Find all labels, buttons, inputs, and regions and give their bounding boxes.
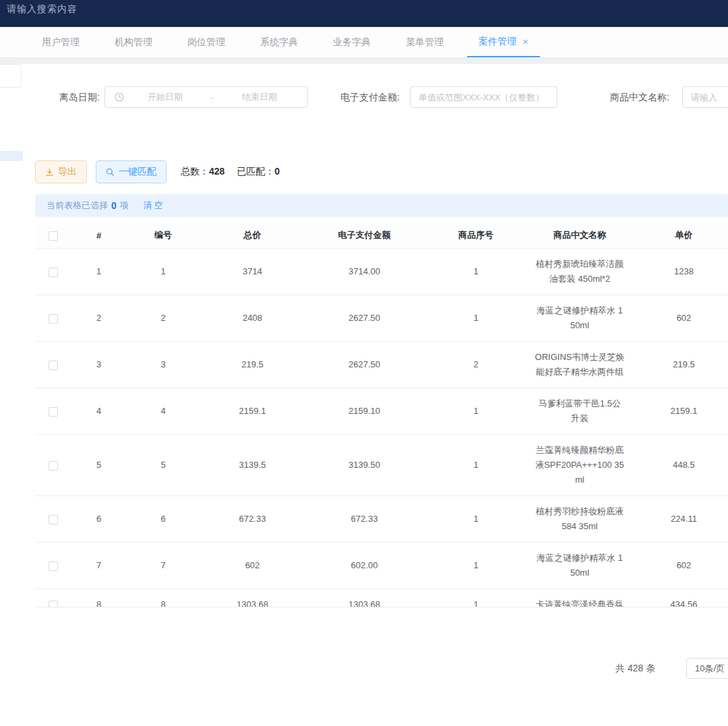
cell: 1	[424, 295, 528, 342]
tab-label: 业务字典	[333, 36, 371, 49]
table-row: 2224082627.501海蓝之谜修护精萃水 150ml602	[35, 295, 728, 342]
table-row: 66672.33672.331植村秀羽纱持妆粉底液 584 35ml224.11	[35, 496, 728, 543]
row-checkbox[interactable]	[49, 461, 58, 471]
checkbox-cell	[35, 249, 71, 295]
cell: 3714.00	[305, 249, 424, 295]
cell: 448.5	[632, 435, 728, 496]
matched-value: 0	[274, 166, 280, 177]
row-checkbox[interactable]	[49, 515, 58, 524]
table-body: 1137143714.001植村秀新琥珀臻萃洁颜油套装 450ml*212382…	[35, 249, 728, 608]
epay-amount-input[interactable]	[410, 86, 557, 108]
cell: 672.33	[305, 496, 424, 543]
collapsed-panel-edge	[0, 64, 22, 88]
cell: 1	[71, 249, 126, 295]
cell: 5	[71, 435, 126, 496]
left-edge-highlight	[0, 151, 23, 161]
export-button[interactable]: 导出	[35, 160, 87, 183]
cell: 602	[632, 295, 728, 342]
select-all-cell	[35, 222, 71, 249]
cell: 3139.50	[305, 435, 424, 496]
row-checkbox[interactable]	[49, 562, 58, 571]
cell: 海蓝之谜修护精萃水 150ml	[528, 543, 632, 589]
tab-label: 菜单管理	[406, 36, 444, 49]
tab-business-dict[interactable]: 业务字典	[322, 27, 382, 57]
selection-bar: 当前表格已选择 0 项 清空	[35, 194, 728, 217]
row-checkbox[interactable]	[49, 361, 58, 370]
data-table: #编号总价电子支付金额商品序号商品中文名称单价 1137143714.001植村…	[35, 222, 728, 607]
column-header: 单价	[632, 222, 728, 249]
cell: 1	[424, 543, 528, 589]
cell: 6	[71, 496, 126, 543]
page-size-select[interactable]: 10条/页 ▾	[686, 658, 728, 679]
match-summary: 总数：428已匹配：0	[181, 166, 282, 178]
cell: 1303.68	[200, 589, 305, 608]
table-header-row: #编号总价电子支付金额商品序号商品中文名称单价	[35, 222, 728, 249]
cell: 1	[424, 435, 528, 496]
total-value: 428	[209, 166, 224, 177]
table-row: 881303.681303.681卡诗菁纯亮泽经典香氛434.56	[35, 589, 728, 608]
search-icon	[106, 168, 115, 177]
cell: 1	[424, 589, 528, 608]
date-range-picker[interactable]: 开始日期 - 结束日期	[104, 86, 308, 108]
tab-label: 系统字典	[260, 36, 298, 49]
clear-selection-link[interactable]: 清空	[144, 200, 165, 212]
cell: 224.11	[632, 496, 728, 543]
date-end-placeholder: 结束日期	[218, 91, 301, 103]
epay-filter-label: 电子支付金额:	[340, 86, 400, 108]
matched-label: 已匹配：	[237, 166, 274, 177]
cell: 4	[71, 388, 126, 435]
tabbar-divider	[0, 58, 728, 64]
table-row: 442159.12159.101马爹利蓝带干邑1.5公升装2159.1	[35, 388, 728, 435]
cell: 7	[126, 543, 200, 589]
pagination-total: 共 428 条	[615, 663, 655, 675]
tab-user-management[interactable]: 用户管理	[30, 27, 91, 57]
product-name-input[interactable]	[682, 86, 728, 108]
column-header: 商品序号	[424, 222, 528, 249]
checkbox-cell	[35, 342, 71, 388]
tab-case-management[interactable]: 案件管理×	[467, 27, 540, 57]
cell: 1238	[632, 249, 728, 295]
column-header: #	[71, 222, 126, 249]
cell: 2	[126, 295, 200, 342]
checkbox-cell	[35, 295, 71, 342]
row-checkbox[interactable]	[49, 601, 58, 607]
top-navbar: 请输入搜索内容	[0, 0, 728, 27]
row-checkbox[interactable]	[49, 407, 58, 417]
cell: ORIGINS韦博士灵芝焕能好底子精华水两件组	[528, 342, 632, 388]
tab-system-dict[interactable]: 系统字典	[249, 27, 309, 57]
cell: 1	[424, 249, 528, 295]
cell: 8	[71, 589, 126, 608]
tab-org-management[interactable]: 机构管理	[103, 27, 164, 57]
cell: 219.5	[632, 342, 728, 388]
cell: 1303.68	[305, 589, 424, 608]
cell: 3	[126, 342, 200, 388]
cell: 602	[200, 543, 305, 589]
row-checkbox[interactable]	[49, 268, 58, 277]
tab-menu-management[interactable]: 菜单管理	[394, 27, 455, 57]
column-header: 电子支付金额	[305, 222, 424, 249]
cell: 602	[632, 543, 728, 589]
column-header: 总价	[200, 222, 305, 249]
column-header: 编号	[126, 222, 200, 249]
cell: 2627.50	[305, 342, 424, 388]
cell: 3139.5	[200, 435, 305, 496]
row-checkbox[interactable]	[49, 314, 58, 324]
tab-post-management[interactable]: 岗位管理	[176, 27, 237, 57]
export-button-label: 导出	[58, 166, 77, 178]
download-icon	[45, 168, 54, 177]
checkbox-cell	[35, 496, 71, 543]
select-all-checkbox[interactable]	[49, 231, 58, 241]
cell: 2	[71, 295, 126, 342]
column-header: 商品中文名称	[528, 222, 632, 249]
cell: 7	[71, 543, 126, 589]
checkbox-cell	[35, 543, 71, 589]
product-name-filter-label: 商品中文名称:	[610, 86, 669, 108]
total-label: 总数：	[181, 166, 209, 177]
tab-label: 岗位管理	[187, 36, 225, 49]
table-container: #编号总价电子支付金额商品序号商品中文名称单价 1137143714.001植村…	[35, 222, 728, 607]
cell: 卡诗菁纯亮泽经典香氛	[528, 589, 632, 608]
tab-close-icon[interactable]: ×	[522, 36, 528, 47]
cell: 3	[71, 342, 126, 388]
one-click-match-button[interactable]: 一键匹配	[96, 160, 166, 183]
global-search-input[interactable]: 请输入搜索内容	[7, 3, 78, 16]
